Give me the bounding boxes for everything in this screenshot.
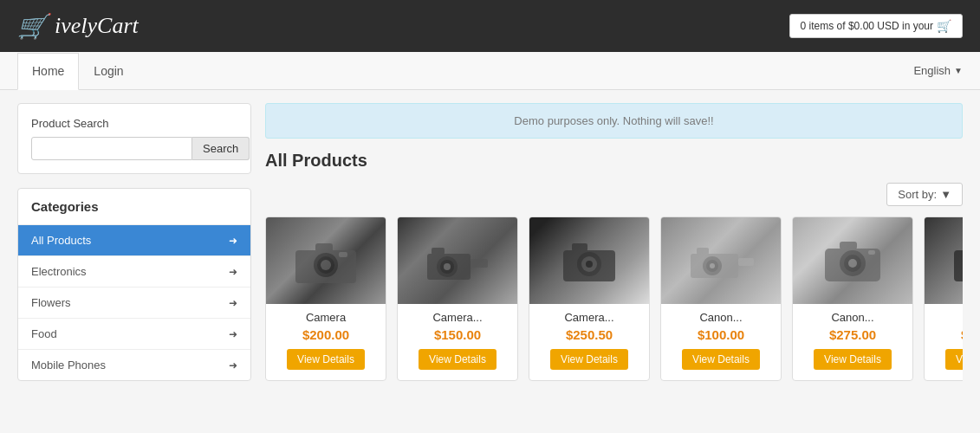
cat-electronics[interactable]: Electronics ➜ <box>18 256 250 288</box>
product-name-5: Canon... <box>826 311 879 324</box>
product-card-3: Camera... $250.50 View Details <box>529 216 650 381</box>
content: Demo purposes only. Nothing will save!! … <box>265 103 963 381</box>
logo-text: ivelyCart <box>55 13 139 39</box>
product-name-2: Camera... <box>427 311 487 324</box>
view-details-btn-2[interactable]: View Details <box>419 349 496 370</box>
nav-bar: Home Login English ▼ <box>0 52 980 90</box>
view-details-btn-1[interactable]: View Details <box>287 349 365 370</box>
camera-svg-6: Canon <box>950 235 963 287</box>
camera-svg-4 <box>686 235 756 287</box>
search-box: Product Search Search <box>17 103 251 174</box>
product-price-2: $150.00 <box>434 327 481 342</box>
arrow-icon-all: ➜ <box>229 235 237 247</box>
view-details-btn-6[interactable]: View Details <box>945 349 963 370</box>
header: 🛒 ivelyCart 0 items of $0.00 USD in your… <box>0 0 980 52</box>
product-price-6: $300.00 <box>961 327 963 342</box>
svg-point-3 <box>321 260 331 270</box>
product-price-1: $200.00 <box>302 327 349 342</box>
product-image-5 <box>792 217 913 304</box>
cart-info[interactable]: 0 items of $0.00 USD in your 🛒 <box>789 14 963 38</box>
svg-rect-11 <box>432 248 445 255</box>
svg-point-15 <box>586 261 593 268</box>
product-price-5: $275.00 <box>829 327 876 342</box>
demo-banner: Demo purposes only. Nothing will save!! <box>265 103 963 139</box>
product-name-6: Canon... <box>957 311 963 324</box>
product-image-1 <box>265 217 386 304</box>
arrow-icon-food: ➜ <box>229 328 237 340</box>
product-card-4: Canon... $100.00 View Details <box>660 216 782 381</box>
cat-label-food: Food <box>31 327 57 340</box>
cat-label-electronics: Electronics <box>31 265 87 278</box>
view-details-btn-3[interactable]: View Details <box>550 349 628 370</box>
arrow-icon-flowers: ➜ <box>229 297 237 309</box>
arrow-icon-electronics: ➜ <box>229 266 237 278</box>
products-grid: Camera $200.00 View Details Camera.. <box>265 216 963 381</box>
product-image-2 <box>397 217 518 304</box>
cat-flowers[interactable]: Flowers ➜ <box>18 288 250 319</box>
svg-point-21 <box>710 263 715 268</box>
product-card-2: Camera... $150.00 View Details <box>397 216 518 381</box>
sort-button[interactable]: Sort by: ▼ <box>886 183 963 206</box>
product-card-5: Canon... $275.00 View Details <box>792 216 913 381</box>
chevron-down-icon: ▼ <box>954 66 963 75</box>
product-name-4: Canon... <box>694 311 747 324</box>
chevron-down-icon-sort: ▼ <box>940 188 951 201</box>
product-name-3: Camera... <box>559 311 619 324</box>
categories-title: Categories <box>18 189 250 225</box>
nav-login[interactable]: Login <box>79 53 138 89</box>
language-selector[interactable]: English ▼ <box>913 64 963 77</box>
camera-svg-1 <box>291 235 360 287</box>
svg-rect-5 <box>339 252 347 257</box>
page-title: All Products <box>265 151 963 171</box>
cat-food[interactable]: Food ➜ <box>18 319 250 350</box>
svg-point-26 <box>848 259 857 268</box>
logo: 🛒 ivelyCart <box>17 12 139 41</box>
cat-label-all: All Products <box>31 234 91 247</box>
sort-label: Sort by: <box>898 188 937 201</box>
cat-label-flowers: Flowers <box>31 296 71 309</box>
product-price-4: $100.00 <box>698 327 744 342</box>
svg-rect-28 <box>868 250 875 255</box>
cat-mobile-phones[interactable]: Mobile Phones ➜ <box>18 350 250 380</box>
language-label: English <box>913 64 951 77</box>
product-price-3: $250.50 <box>566 327 613 342</box>
view-details-btn-5[interactable]: View Details <box>814 349 892 370</box>
product-card-1: Camera $200.00 View Details <box>265 216 386 381</box>
search-label: Product Search <box>31 117 237 130</box>
nav-home[interactable]: Home <box>17 53 79 90</box>
main-container: Product Search Search Categories All Pro… <box>0 90 980 394</box>
svg-rect-18 <box>738 258 754 266</box>
sort-row: Sort by: ▼ <box>265 183 963 206</box>
nav-links: Home Login <box>17 53 139 89</box>
camera-svg-3 <box>555 235 624 287</box>
svg-point-10 <box>444 263 451 270</box>
cat-all-products[interactable]: All Products ➜ <box>18 225 250 256</box>
search-input[interactable] <box>31 137 192 160</box>
view-details-btn-4[interactable]: View Details <box>682 349 760 370</box>
camera-svg-5 <box>818 235 887 287</box>
product-name-1: Camera <box>301 311 351 324</box>
svg-rect-7 <box>471 259 488 268</box>
svg-rect-16 <box>572 243 587 251</box>
cart-logo-icon: 🛒 <box>17 12 48 41</box>
product-image-4 <box>660 217 782 304</box>
cart-info-text: 0 items of $0.00 USD in your <box>801 20 933 32</box>
camera-svg-2 <box>423 235 492 287</box>
product-image-3 <box>529 217 650 304</box>
cart-icon: 🛒 <box>937 19 951 33</box>
cat-label-mobile: Mobile Phones <box>31 359 106 372</box>
sidebar: Product Search Search Categories All Pro… <box>17 103 251 381</box>
svg-rect-4 <box>315 243 333 252</box>
search-button[interactable]: Search <box>192 137 250 160</box>
arrow-icon-mobile: ➜ <box>229 359 237 372</box>
svg-rect-27 <box>840 242 857 249</box>
categories-box: Categories All Products ➜ Electronics ➜ … <box>17 188 251 381</box>
product-image-6: Canon <box>924 217 963 304</box>
product-card-6: Canon Canon... $300.00 View Details <box>924 216 963 381</box>
svg-rect-22 <box>697 248 709 255</box>
svg-rect-29 <box>954 250 963 281</box>
search-row: Search <box>31 137 237 160</box>
